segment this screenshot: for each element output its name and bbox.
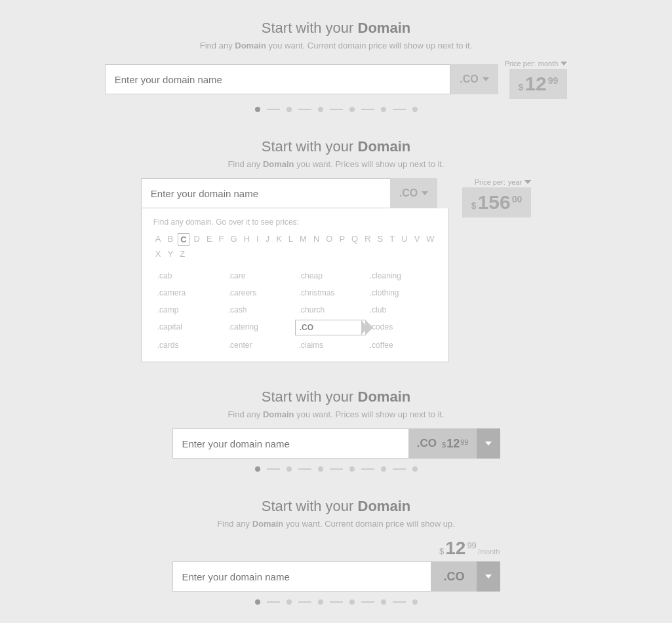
domain-search-input-1[interactable] [105,64,451,94]
dot-4-1[interactable] [255,599,260,605]
alpha-V[interactable]: V [412,233,422,246]
tld-arrow-btn-3[interactable] [477,428,500,459]
alpha-Y[interactable]: Y [165,248,175,259]
alpha-X[interactable]: X [153,248,163,259]
dot-1-4[interactable] [349,107,355,112]
dot-4-6[interactable] [412,599,418,605]
dot-4-4[interactable] [349,599,355,605]
tld-cash[interactable]: .cash [224,303,295,317]
dot-1-5[interactable] [381,107,386,112]
section-2-subtitle: Find any Domain you want. Prices will sh… [227,159,444,169]
price-text-3: $ 12 99 [442,437,468,451]
alpha-I[interactable]: I [254,233,261,246]
tld-cheap[interactable]: .cheap [295,269,366,283]
alpha-N[interactable]: N [311,233,321,246]
tld-codes[interactable]: .codes [366,320,437,335]
dot-line-1-1 [267,109,280,110]
alpha-P[interactable]: P [337,233,347,246]
dots-1 [255,107,418,112]
alpha-M[interactable]: M [298,233,309,246]
tld-grid: .cab .care .cheap .cleaning .camera .car… [153,269,437,352]
price-badge-1: $ 12 99 [509,69,568,99]
dot-1-6[interactable] [412,107,418,112]
tld-co[interactable]: .CO [295,320,366,335]
dot-1-3[interactable] [318,107,323,112]
tld-christmas[interactable]: .christmas [295,286,366,300]
tld-club[interactable]: .club [366,303,437,317]
alpha-F[interactable]: F [217,233,226,246]
price-per-chevron-2[interactable] [524,180,531,184]
price-badge-2: $ 156 00 [462,187,531,217]
dot-4-2[interactable] [287,599,292,605]
dot-3-4[interactable] [349,466,355,472]
alpha-D[interactable]: D [192,233,202,246]
section-1-subtitle: Find any Domain you want. Current domain… [200,41,472,50]
domain-search-input-4[interactable] [172,561,432,592]
alpha-G[interactable]: G [229,233,239,246]
tld-arrow-chevron-3 [485,442,492,445]
price-per-chevron-1[interactable] [561,62,567,66]
search-row-1: .CO [105,64,498,94]
tld-center[interactable]: .center [224,338,295,352]
dot-3-1[interactable] [255,466,260,472]
tld-camp[interactable]: .camp [153,303,224,317]
tld-capital[interactable]: .capital [153,320,224,335]
tld-selector-1[interactable]: .CO [450,64,498,94]
dot-3-5[interactable] [381,466,386,472]
dot-line-3-2 [298,468,311,470]
dots-4 [255,599,418,605]
tld-cleaning[interactable]: .cleaning [366,269,437,283]
section-4-title: Start with your Domain [262,498,410,515]
dot-line-3-5 [393,468,406,470]
dot-line-4-1 [267,601,280,603]
domain-search-input-2[interactable] [141,178,390,208]
dot-4-3[interactable] [318,599,323,605]
alpha-E[interactable]: E [205,233,214,246]
dot-line-3-1 [267,468,280,470]
alpha-A[interactable]: A [153,233,163,246]
dot-4-5[interactable] [381,599,386,605]
tld-cab[interactable]: .cab [153,269,224,283]
tld-catering[interactable]: .catering [224,320,295,335]
dot-3-3[interactable] [318,466,323,472]
alpha-J[interactable]: J [264,233,272,246]
alpha-W[interactable]: W [424,233,436,246]
tld-arrow-btn-4[interactable] [477,561,500,592]
tld-camera[interactable]: .camera [153,286,224,300]
tld-church[interactable]: .church [295,303,366,317]
alpha-T[interactable]: T [387,233,397,246]
alpha-B[interactable]: B [165,233,175,246]
tld-care[interactable]: .care [224,269,295,283]
alpha-H[interactable]: H [242,233,252,246]
alpha-K[interactable]: K [274,233,284,246]
alpha-R[interactable]: R [363,233,372,246]
tld-claims[interactable]: .claims [295,338,366,352]
dot-line-3-4 [361,468,374,470]
dropdown-hint: Find any domain. Go over it to see price… [153,217,437,227]
dot-3-2[interactable] [287,466,292,472]
alpha-U[interactable]: U [399,233,409,246]
tld-label-2: .CO [399,187,418,199]
alpha-S[interactable]: S [376,233,385,246]
alpha-C[interactable]: C [178,233,189,246]
dot-3-6[interactable] [412,466,418,472]
tld-selector-2[interactable]: .CO [390,178,437,208]
tld-label-3: .CO [417,437,437,450]
tld-arrow-chevron-4 [485,575,492,578]
dot-1-1[interactable] [255,107,260,112]
price-above-4: $ 12 99 /month [439,538,500,559]
dot-1-2[interactable] [287,107,292,112]
alpha-Z[interactable]: Z [178,248,187,259]
alpha-O[interactable]: O [324,233,334,246]
domain-search-input-3[interactable] [172,428,409,459]
price-tag-1: Price per: month $ 12 99 [505,60,568,99]
tld-coffee[interactable]: .coffee [366,338,437,352]
dot-line-4-4 [361,601,374,603]
tld-clothing[interactable]: .clothing [366,286,437,300]
alpha-L[interactable]: L [287,233,295,246]
section-3-title: Start with your Domain [262,388,410,406]
section-1: Start with your Domain Find any Domain y… [0,20,672,112]
tld-careers[interactable]: .careers [224,286,295,300]
tld-cards[interactable]: .cards [153,338,224,352]
alpha-Q[interactable]: Q [349,233,360,246]
